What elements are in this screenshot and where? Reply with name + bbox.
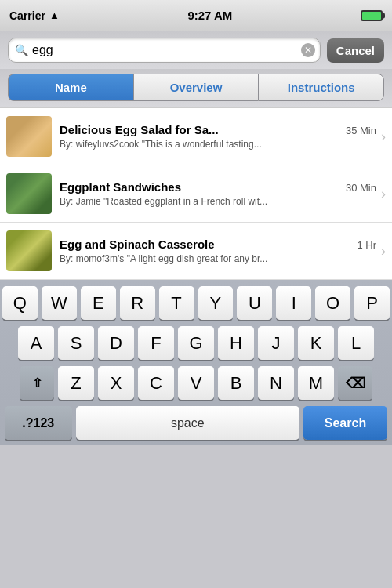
keyboard-row-2: A S D F G H J K L [2, 326, 390, 360]
key-p[interactable]: P [354, 286, 390, 320]
recipe-info: Egg and Spinach Casserole 1 Hr By: momof… [60, 238, 376, 264]
cancel-button[interactable]: Cancel [327, 38, 384, 63]
status-time: 9:27 AM [187, 9, 232, 22]
key-s[interactable]: S [58, 326, 94, 360]
recipe-title-row: Egg and Spinach Casserole 1 Hr [60, 238, 376, 251]
recipe-author: momof3m's [76, 253, 125, 264]
key-g[interactable]: G [178, 326, 214, 360]
key-c[interactable]: C [138, 366, 174, 400]
key-u[interactable]: U [237, 286, 272, 320]
recipe-time: 35 Min [346, 125, 376, 136]
recipe-title: Delicious Egg Salad for Sa... [60, 123, 219, 136]
key-q[interactable]: Q [2, 286, 38, 320]
recipe-meta: By: Jamie "Roasted eggplant in a French … [60, 196, 376, 207]
table-row[interactable]: Delicious Egg Salad for Sa... 35 Min By:… [0, 108, 392, 165]
battery-icon [361, 10, 383, 21]
segment-control: Name Overview Instructions [0, 69, 392, 107]
recipe-time: 1 Hr [357, 239, 376, 251]
key-n[interactable]: N [258, 366, 294, 400]
key-w[interactable]: W [42, 286, 77, 320]
recipe-thumbnail [6, 230, 52, 271]
segment-instructions[interactable]: Instructions [258, 74, 384, 101]
chevron-right-icon: › [381, 243, 386, 260]
key-e[interactable]: E [81, 286, 116, 320]
recipe-author: wifeyluvs2cook [76, 139, 140, 150]
recipe-info: Delicious Egg Salad for Sa... 35 Min By:… [60, 123, 376, 150]
table-row[interactable]: Eggplant Sandwiches 30 Min By: Jamie "Ro… [0, 165, 392, 223]
key-f[interactable]: F [138, 326, 174, 360]
key-z[interactable]: Z [58, 366, 94, 400]
key-h[interactable]: H [218, 326, 254, 360]
recipe-preview-text: "A light egg dish great for any br... [127, 253, 268, 264]
segment-name[interactable]: Name [8, 74, 133, 101]
key-d[interactable]: D [98, 326, 134, 360]
keyboard-bottom-row: .?123 space Search [2, 406, 390, 445]
recipe-title: Egg and Spinach Casserole [60, 238, 215, 251]
search-glass-icon: 🔍 [15, 44, 28, 56]
key-a[interactable]: A [18, 326, 54, 360]
key-j[interactable]: J [258, 326, 294, 360]
key-y[interactable]: Y [198, 286, 234, 320]
search-input-wrapper[interactable]: 🔍 ✕ [8, 38, 321, 63]
by-label: By: [60, 139, 76, 150]
key-l[interactable]: L [338, 326, 374, 360]
recipe-title-row: Delicious Egg Salad for Sa... 35 Min [60, 123, 376, 136]
status-bar: Carrier ▲ 9:27 AM [0, 0, 392, 31]
search-bar: 🔍 ✕ Cancel [0, 31, 392, 69]
shift-key[interactable]: ⇧ [20, 366, 54, 400]
results-list: Delicious Egg Salad for Sa... 35 Min By:… [0, 107, 392, 280]
segment-overview[interactable]: Overview [133, 74, 259, 101]
wifi-icon: ▲ [49, 9, 60, 21]
by-label: By: [60, 253, 76, 264]
key-o[interactable]: O [315, 286, 350, 320]
keyboard-row-1: Q W E R T Y U I O P [2, 286, 390, 320]
search-input[interactable] [32, 43, 296, 57]
chevron-right-icon: › [381, 186, 386, 202]
key-i[interactable]: I [276, 286, 311, 320]
number-mode-key[interactable]: .?123 [5, 406, 72, 440]
table-row[interactable]: Egg and Spinach Casserole 1 Hr By: momof… [0, 223, 392, 280]
recipe-meta: By: momof3m's "A light egg dish great fo… [60, 253, 376, 264]
key-x[interactable]: X [98, 366, 134, 400]
space-key[interactable]: space [76, 406, 299, 440]
recipe-info: Eggplant Sandwiches 30 Min By: Jamie "Ro… [60, 180, 376, 207]
battery-indicator [361, 10, 383, 21]
keyboard-row-3: ⇧ Z X C V B N M ⌫ [2, 366, 390, 400]
recipe-preview-text: "This is a wonderful tasting... [142, 139, 262, 150]
recipe-preview-text: "Roasted eggplant in a French roll wit..… [103, 196, 267, 207]
recipe-meta: By: wifeyluvs2cook "This is a wonderful … [60, 139, 376, 150]
key-k[interactable]: K [298, 326, 334, 360]
recipe-author: Jamie [76, 196, 101, 207]
recipe-title: Eggplant Sandwiches [60, 180, 181, 194]
recipe-thumbnail [6, 116, 52, 157]
recipe-time: 30 Min [346, 182, 376, 194]
recipe-title-row: Eggplant Sandwiches 30 Min [60, 180, 376, 194]
carrier-info: Carrier ▲ [9, 9, 60, 22]
key-t[interactable]: T [159, 286, 194, 320]
recipe-thumbnail [6, 173, 52, 214]
key-b[interactable]: B [218, 366, 254, 400]
carrier-label: Carrier [9, 9, 45, 22]
clear-search-button[interactable]: ✕ [301, 43, 315, 57]
search-key[interactable]: Search [303, 406, 387, 440]
keyboard: Q W E R T Y U I O P A S D F G H J K L ⇧ … [0, 280, 392, 445]
by-label: By: [60, 196, 76, 207]
key-m[interactable]: M [298, 366, 334, 400]
chevron-right-icon: › [381, 129, 386, 145]
key-v[interactable]: V [178, 366, 214, 400]
key-r[interactable]: R [120, 286, 155, 320]
delete-key[interactable]: ⌫ [338, 366, 372, 400]
